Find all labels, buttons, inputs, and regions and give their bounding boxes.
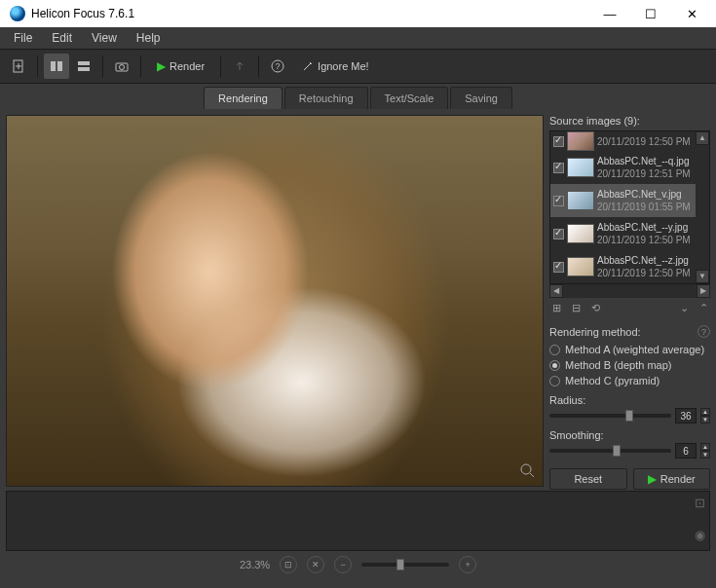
zoom-out-button[interactable]: − bbox=[334, 556, 352, 573]
item-name: AbbasPC.Net_--y.jpg bbox=[597, 221, 693, 234]
side-render-button[interactable]: ▶Render bbox=[633, 468, 711, 490]
filmstrip[interactable]: ⊡ ◉ bbox=[6, 491, 710, 551]
list-item[interactable]: AbbasPC.Net_--q.jpg 20/11/2019 12:51 PM bbox=[550, 151, 696, 184]
checkbox[interactable] bbox=[553, 196, 564, 206]
scroll-down-button[interactable]: ▼ bbox=[696, 270, 709, 283]
method-a-radio[interactable]: Method A (weighted average) bbox=[549, 344, 710, 355]
camera-icon bbox=[115, 59, 129, 73]
scrollbar-vertical[interactable]: ▲ ▼ bbox=[696, 131, 709, 283]
play-icon: ▶ bbox=[157, 59, 166, 73]
app-icon bbox=[10, 6, 25, 21]
menu-view[interactable]: View bbox=[82, 28, 127, 48]
play-icon: ▶ bbox=[648, 472, 657, 486]
thumbnail bbox=[567, 158, 594, 177]
smoothing-slider[interactable] bbox=[549, 449, 671, 453]
refresh-icon[interactable]: ⟲ bbox=[588, 302, 602, 315]
smoothing-value[interactable]: 6 bbox=[675, 443, 697, 459]
item-date: 20/11/2019 12:51 PM bbox=[597, 167, 693, 180]
view-toggle-icon[interactable]: ◉ bbox=[695, 528, 705, 542]
scroll-right-button[interactable]: ▶ bbox=[697, 284, 710, 298]
zoom-percent: 23.3% bbox=[240, 559, 270, 570]
svg-rect-3 bbox=[78, 61, 90, 65]
source-images-label: Source images (9): bbox=[549, 115, 710, 127]
radio-icon bbox=[549, 345, 560, 355]
close-button[interactable]: ✕ bbox=[671, 0, 712, 27]
checkbox[interactable] bbox=[553, 163, 564, 173]
upload-button[interactable] bbox=[227, 54, 252, 79]
list-item[interactable]: AbbasPC.Net_--z.jpg 20/11/2019 12:50 PM bbox=[550, 250, 696, 283]
tabs-row: Rendering Retouching Text/Scale Saving bbox=[0, 84, 716, 109]
tab-saving[interactable]: Saving bbox=[450, 87, 512, 109]
smoothing-down-button[interactable]: ▼ bbox=[700, 451, 710, 459]
source-images-list: 20/11/2019 12:50 PM AbbasPC.Net_--q.jpg … bbox=[549, 130, 710, 284]
fit-button[interactable]: ⊡ bbox=[280, 556, 297, 573]
chevron-up-icon[interactable]: ⌃ bbox=[697, 302, 710, 315]
radio-icon bbox=[549, 360, 560, 371]
menu-help[interactable]: Help bbox=[127, 28, 170, 48]
smoothing-label: Smoothing: bbox=[549, 429, 710, 441]
collapse-icon[interactable]: ⊡ bbox=[695, 496, 705, 510]
scrollbar-horizontal[interactable]: ◀ ▶ bbox=[549, 284, 710, 298]
scroll-left-button[interactable]: ◀ bbox=[549, 284, 563, 298]
smoothing-up-button[interactable]: ▲ bbox=[700, 443, 710, 451]
camera-button[interactable] bbox=[109, 54, 134, 79]
remove-image-icon[interactable]: ⊟ bbox=[569, 302, 583, 315]
toolbar-render-button[interactable]: ▶ Render bbox=[147, 54, 214, 79]
ignore-label: Ignore Me! bbox=[318, 60, 369, 72]
tab-textscale[interactable]: Text/Scale bbox=[370, 87, 449, 109]
add-image-icon[interactable]: ⊞ bbox=[549, 302, 563, 315]
layout-split-icon bbox=[77, 59, 91, 73]
list-item[interactable]: 20/11/2019 12:50 PM bbox=[550, 131, 696, 151]
minimize-button[interactable]: — bbox=[589, 0, 630, 27]
layout-split-button[interactable] bbox=[71, 54, 96, 79]
list-item[interactable]: AbbasPC.Net_v.jpg 20/11/2019 01:55 PM bbox=[550, 184, 696, 217]
method-b-label: Method B (depth map) bbox=[565, 359, 671, 371]
list-item[interactable]: AbbasPC.Net_--y.jpg 20/11/2019 12:50 PM bbox=[550, 217, 696, 250]
radius-up-button[interactable]: ▲ bbox=[700, 408, 710, 416]
radius-slider[interactable] bbox=[549, 414, 671, 418]
new-doc-button[interactable] bbox=[6, 54, 31, 79]
footer: 23.3% ⊡ ✕ − + bbox=[0, 551, 716, 578]
radio-icon bbox=[549, 376, 560, 386]
maximize-button[interactable]: ☐ bbox=[630, 0, 671, 27]
zoom-slider[interactable] bbox=[361, 563, 449, 567]
upload-icon bbox=[233, 59, 246, 73]
titlebar: Helicon Focus 7.6.1 — ☐ ✕ bbox=[0, 0, 716, 27]
item-date: 20/11/2019 01:55 PM bbox=[597, 201, 693, 213]
list-toolbar: ⊞ ⊟ ⟲ ⌄ ⌃ bbox=[549, 302, 710, 315]
method-c-radio[interactable]: Method C (pyramid) bbox=[549, 375, 710, 386]
zoom-in-button[interactable]: + bbox=[459, 556, 476, 573]
svg-rect-1 bbox=[51, 61, 56, 71]
tab-rendering[interactable]: Rendering bbox=[204, 87, 283, 109]
chevron-down-icon[interactable]: ⌄ bbox=[677, 302, 691, 315]
svg-point-9 bbox=[521, 464, 531, 474]
method-help-icon[interactable]: ? bbox=[697, 325, 710, 338]
actual-size-button[interactable]: ✕ bbox=[307, 556, 324, 573]
item-name: AbbasPC.Net_--q.jpg bbox=[597, 155, 693, 167]
window-title: Helicon Focus 7.6.1 bbox=[31, 7, 589, 20]
preview-pane[interactable] bbox=[6, 115, 544, 487]
side-panel: Source images (9): 20/11/2019 12:50 PM A… bbox=[549, 115, 710, 487]
main-area: Source images (9): 20/11/2019 12:50 PM A… bbox=[0, 109, 716, 487]
item-date: 20/11/2019 12:50 PM bbox=[597, 135, 693, 148]
thumbnail bbox=[567, 131, 594, 151]
svg-point-6 bbox=[120, 65, 125, 70]
checkbox[interactable] bbox=[553, 136, 564, 147]
method-b-radio[interactable]: Method B (depth map) bbox=[549, 359, 710, 371]
render-label: Render bbox=[170, 60, 205, 72]
wand-icon bbox=[302, 60, 314, 72]
reset-button[interactable]: Reset bbox=[549, 468, 627, 490]
item-name: AbbasPC.Net_v.jpg bbox=[597, 188, 693, 201]
radius-down-button[interactable]: ▼ bbox=[700, 416, 710, 423]
ignore-button[interactable]: Ignore Me! bbox=[292, 54, 379, 79]
help-button[interactable]: ? bbox=[265, 54, 290, 79]
scroll-up-button[interactable]: ▲ bbox=[696, 131, 709, 145]
menu-edit[interactable]: Edit bbox=[42, 28, 82, 48]
checkbox[interactable] bbox=[553, 229, 564, 239]
layout-single-button[interactable] bbox=[44, 54, 69, 79]
magnifier-icon[interactable] bbox=[519, 462, 537, 480]
radius-value[interactable]: 36 bbox=[675, 408, 697, 423]
menu-file[interactable]: File bbox=[4, 28, 42, 48]
tab-retouching[interactable]: Retouching bbox=[284, 87, 368, 109]
checkbox[interactable] bbox=[553, 262, 564, 273]
